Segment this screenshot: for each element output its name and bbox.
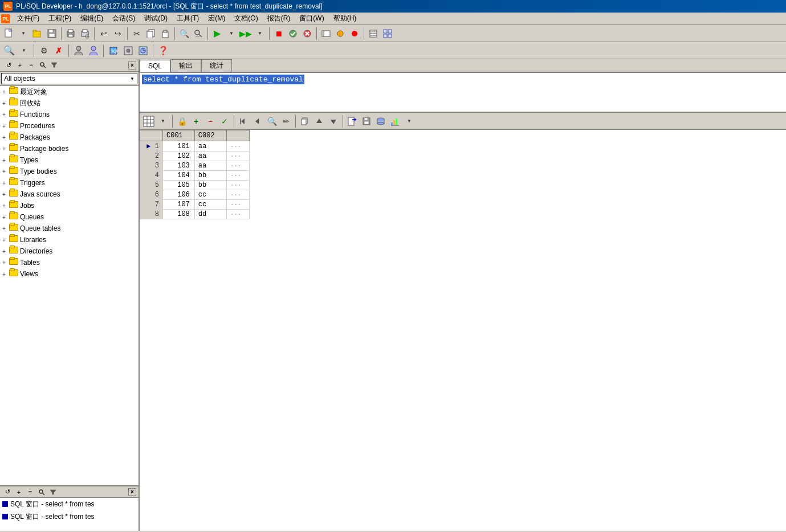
tree-item-jobs[interactable]: + Jobs xyxy=(0,200,139,211)
grid-view-button[interactable] xyxy=(142,114,156,128)
tree-item-recycle[interactable]: + 回收站 xyxy=(0,97,139,109)
tab-stats[interactable]: 统计 xyxy=(201,59,232,72)
tree-item-queues[interactable]: + Queues xyxy=(0,211,139,223)
menu-macro[interactable]: 宏(M) xyxy=(203,13,230,24)
user2-button[interactable] xyxy=(87,44,100,58)
commit-button[interactable] xyxy=(286,27,300,40)
tree-item-recent[interactable]: + 最近对象 xyxy=(0,86,139,97)
execute-button[interactable]: ▶ xyxy=(210,27,224,40)
paste-button[interactable] xyxy=(158,27,172,40)
session-item-1[interactable]: SQL 窗口 - select * from tes xyxy=(0,498,139,510)
zoom-dropdown[interactable]: ▼ xyxy=(17,44,31,58)
rollback-button[interactable] xyxy=(300,27,314,40)
prev-page-button[interactable] xyxy=(251,114,264,128)
help-button[interactable]: ❓ xyxy=(156,44,170,58)
menu-help[interactable]: 帮助(H) xyxy=(329,13,361,24)
menu-session[interactable]: 会话(S) xyxy=(108,13,140,24)
user1-button[interactable] xyxy=(72,44,85,58)
sessions-close[interactable]: × xyxy=(128,488,136,496)
tree-item-packages[interactable]: + Packages xyxy=(0,132,139,143)
tree-item-types[interactable]: + Types xyxy=(0,154,139,166)
chart-button[interactable] xyxy=(388,114,402,128)
menu-report[interactable]: 报告(R) xyxy=(263,13,295,24)
tab-sql[interactable]: SQL xyxy=(140,60,170,72)
sort-asc-button[interactable] xyxy=(312,114,326,128)
tree-item-java-sources[interactable]: + Java sources xyxy=(0,189,139,200)
tree-item-triggers[interactable]: + Triggers xyxy=(0,177,139,189)
tree-item-queue-tables[interactable]: + Queue tables xyxy=(0,223,139,234)
session-button[interactable] xyxy=(319,27,333,40)
menu-doc[interactable]: 文档(O) xyxy=(230,13,262,24)
grid-button[interactable] xyxy=(381,27,394,40)
col-c002-header[interactable]: C002 xyxy=(194,130,226,141)
clear-button[interactable]: ✗ xyxy=(52,44,66,58)
tree-item-functions[interactable]: + Functions xyxy=(0,109,139,120)
add-object-button[interactable]: + xyxy=(15,60,25,70)
refresh-objects-button[interactable]: ↺ xyxy=(3,60,14,70)
undo-button[interactable]: ↩ xyxy=(97,27,111,40)
open-button[interactable] xyxy=(31,27,44,40)
sessions-add[interactable]: + xyxy=(14,487,24,497)
sql-editor[interactable]: select * from test_duplicate_removal xyxy=(140,73,786,113)
execute-all-button[interactable]: ▶▶ xyxy=(239,27,253,40)
save-result-button[interactable] xyxy=(360,114,373,128)
find-button[interactable]: 🔍 xyxy=(177,27,191,40)
debug-button[interactable]: ! xyxy=(333,27,347,40)
record-button[interactable] xyxy=(348,27,361,40)
menu-tools[interactable]: 工具(T) xyxy=(172,13,203,24)
save-button[interactable] xyxy=(45,27,59,40)
session-item-2[interactable]: SQL 窗口 - select * from tes xyxy=(0,510,139,523)
remove-object-button[interactable]: = xyxy=(26,60,36,70)
tree-item-package-bodies[interactable]: + Package bodies xyxy=(0,143,139,154)
find-in-result-button[interactable]: 🔍 xyxy=(265,114,279,128)
execute-dropdown[interactable]: ▼ xyxy=(225,27,238,40)
left-panel-close[interactable]: × xyxy=(128,62,136,69)
tree-item-views[interactable]: + Views xyxy=(0,268,139,280)
sessions-search[interactable] xyxy=(36,487,47,497)
first-page-button[interactable] xyxy=(237,114,250,128)
tree-item-tables[interactable]: + Tables xyxy=(0,257,139,268)
tree-item-directories[interactable]: + Directories xyxy=(0,245,139,257)
zoom-button[interactable]: 🔍 xyxy=(2,44,16,58)
menu-edit[interactable]: 编辑(E) xyxy=(76,13,108,24)
sql-text[interactable]: select * from test_duplicate_removal xyxy=(142,75,304,84)
tree-item-procedures[interactable]: + Procedures xyxy=(0,120,139,132)
filter-object-button[interactable] xyxy=(49,60,59,70)
database-button[interactable] xyxy=(374,114,388,128)
redo-button[interactable]: ↪ xyxy=(111,27,125,40)
stop-button[interactable]: ⏹ xyxy=(272,27,286,40)
menu-window[interactable]: 窗口(W) xyxy=(295,13,328,24)
refresh-button[interactable] xyxy=(136,44,150,58)
copy-button[interactable] xyxy=(144,27,158,40)
menu-file[interactable]: 文件(F) xyxy=(13,13,44,24)
object-type-selector[interactable]: All objects ▼ xyxy=(1,73,137,84)
sort-desc-button[interactable] xyxy=(327,114,340,128)
settings-button[interactable]: ⚙ xyxy=(37,44,51,58)
print-button[interactable] xyxy=(64,27,78,40)
cut-button[interactable]: ✂ xyxy=(130,27,144,40)
chart-dropdown[interactable]: ▼ xyxy=(402,114,416,128)
tree-item-type-bodies[interactable]: + Type bodies xyxy=(0,166,139,177)
export-button[interactable] xyxy=(345,114,359,128)
tree-item-libraries[interactable]: + Libraries xyxy=(0,234,139,245)
sessions-remove[interactable]: = xyxy=(25,487,35,497)
result-area[interactable]: C001 C002 ▶ 1101aa···2102aa···3103aa···4… xyxy=(140,130,786,531)
preferences-button[interactable] xyxy=(366,27,380,40)
apply-button[interactable]: ✓ xyxy=(218,114,231,128)
add-row-button[interactable]: + xyxy=(189,114,203,128)
new-button[interactable] xyxy=(2,27,16,40)
find-in-files-button[interactable] xyxy=(192,27,205,40)
menu-debug[interactable]: 调试(D) xyxy=(140,13,172,24)
sessions-refresh[interactable]: ↺ xyxy=(2,487,13,497)
new-dropdown[interactable]: ▼ xyxy=(17,27,30,40)
lock-row-button[interactable]: 🔒 xyxy=(175,114,189,128)
grid-view-dropdown[interactable]: ▼ xyxy=(156,114,170,128)
search-object-button[interactable] xyxy=(38,60,48,70)
edit-cell-button[interactable]: ✏ xyxy=(279,114,293,128)
menu-project[interactable]: 工程(P) xyxy=(44,13,76,24)
execute-all-dropdown[interactable]: ▼ xyxy=(253,27,267,40)
delete-row-button[interactable]: − xyxy=(203,114,217,128)
configure-button[interactable] xyxy=(121,44,135,58)
sessions-filter[interactable] xyxy=(48,487,58,497)
print-preview-button[interactable] xyxy=(78,27,92,40)
